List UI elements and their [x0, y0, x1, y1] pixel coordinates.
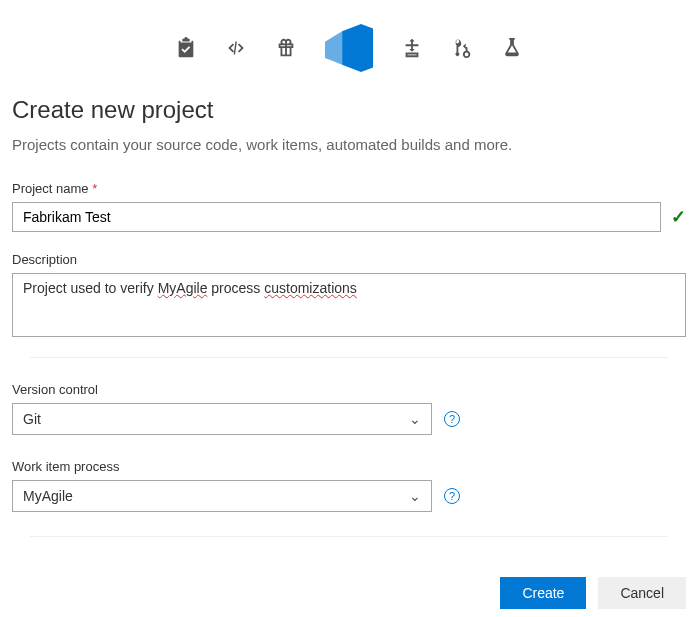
top-toolbar — [12, 12, 686, 96]
check-icon: ✓ — [671, 206, 686, 228]
work-item-process-label: Work item process — [12, 459, 686, 474]
gift-icon[interactable] — [275, 37, 297, 59]
project-name-label: Project name — [12, 181, 686, 196]
footer-actions: Create Cancel — [12, 561, 686, 609]
page-subtitle: Projects contain your source code, work … — [12, 136, 686, 153]
clipboard-check-icon[interactable] — [175, 37, 197, 59]
chevron-down-icon: ⌄ — [409, 488, 421, 504]
page-title: Create new project — [12, 96, 686, 124]
pipeline-icon[interactable] — [401, 37, 423, 59]
azure-devops-icon[interactable] — [325, 24, 373, 72]
project-name-input[interactable] — [12, 202, 661, 232]
divider — [30, 357, 668, 358]
pull-request-icon[interactable] — [451, 37, 473, 59]
help-icon[interactable]: ? — [444, 411, 460, 427]
work-item-process-select[interactable]: MyAgile ⌄ — [12, 480, 432, 512]
chevron-down-icon: ⌄ — [409, 411, 421, 427]
description-label: Description — [12, 252, 686, 267]
description-input[interactable]: Project used to verify MyAgile process c… — [12, 273, 686, 337]
version-control-select[interactable]: Git ⌄ — [12, 403, 432, 435]
help-icon[interactable]: ? — [444, 488, 460, 504]
version-control-label: Version control — [12, 382, 686, 397]
divider — [30, 536, 668, 537]
version-control-value: Git — [23, 411, 41, 427]
create-button[interactable]: Create — [500, 577, 586, 609]
flask-icon[interactable] — [501, 37, 523, 59]
code-brackets-icon[interactable] — [225, 37, 247, 59]
cancel-button[interactable]: Cancel — [598, 577, 686, 609]
work-item-process-value: MyAgile — [23, 488, 73, 504]
